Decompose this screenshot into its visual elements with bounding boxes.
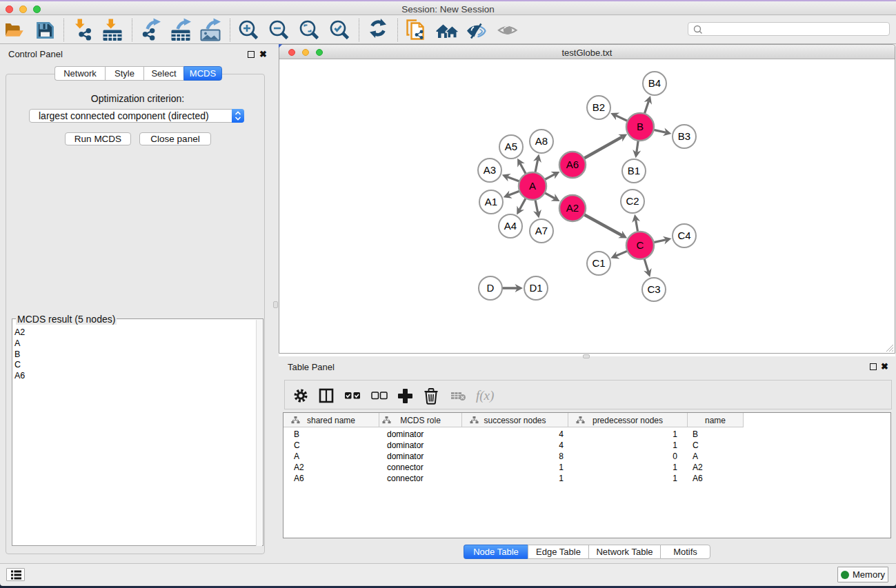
svg-text:C2: C2 (626, 195, 639, 207)
svg-text:A7: A7 (535, 225, 548, 236)
svg-text:B3: B3 (678, 130, 690, 142)
svg-text:C: C (637, 239, 644, 251)
svg-text:D1: D1 (529, 282, 542, 294)
svg-text:D: D (487, 282, 495, 294)
svg-text:A1: A1 (485, 196, 497, 207)
svg-text:B2: B2 (593, 101, 605, 113)
svg-text:A3: A3 (484, 164, 496, 176)
svg-text:A8: A8 (535, 135, 548, 147)
svg-text:A5: A5 (505, 141, 517, 152)
svg-text:C1: C1 (592, 257, 605, 269)
svg-text:C4: C4 (677, 230, 690, 241)
svg-text:B1: B1 (628, 165, 640, 176)
svg-text:A6: A6 (566, 159, 579, 170)
svg-text:f(x): f(x) (476, 388, 494, 403)
svg-text:A: A (529, 180, 536, 192)
svg-text:A4: A4 (504, 220, 517, 232)
svg-text:B4: B4 (648, 77, 661, 89)
svg-text:B: B (637, 121, 644, 132)
svg-text:A2: A2 (566, 202, 579, 214)
svg-text:C3: C3 (647, 283, 660, 295)
